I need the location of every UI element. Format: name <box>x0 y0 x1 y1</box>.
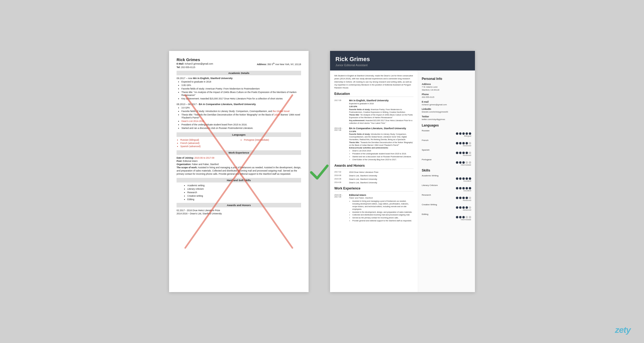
left-resume: Rick Grimes E-Mail: richard.f.grimes@gma… <box>169 51 309 292</box>
sb-email: richard.f.grimes@gmail.com <box>422 103 471 106</box>
skill-academic-writing: Academic Writing Excellent <box>422 174 471 182</box>
sb-address: 7 W. Adams LaneStanford, CA 94116 <box>422 86 471 91</box>
rr-work-title: Work Experience <box>334 187 414 192</box>
checkmark-container <box>309 155 330 188</box>
left-languages: Russian (bilingual) French (advanced) Sp… <box>177 139 301 148</box>
awards-section-header: Awards and Honors <box>177 203 301 207</box>
sb-phone-label: Phone <box>422 93 471 96</box>
rr-award-4: 2014-06 Dean's List, Stanford University <box>334 181 414 184</box>
skill-literary-criticism: Literary Criticism Excellent <box>422 184 471 192</box>
lang-russian: Russian Bilingual <box>422 129 471 137</box>
rr-header: Rick Grimes Junior Editorial Assistant <box>330 51 475 70</box>
rr-title: Junior Editorial Assistant <box>335 64 470 67</box>
skill-research: Research Advanced <box>422 194 471 201</box>
sb-lang-title: Languages <box>422 124 471 127</box>
left-email: E-Mail: richard.f.grimes@gmail.com <box>177 62 213 66</box>
skill-creative-writing: Creative Writing Advanced <box>422 203 471 211</box>
rr-award-1: 2017-02 2016 Drue Heinz Literature Prize <box>334 171 414 173</box>
sb-address-label: Address <box>422 83 471 85</box>
lang-spanish: Spanish Advanced <box>422 149 471 156</box>
right-resume: Rick Grimes Junior Editorial Assistant M… <box>330 51 475 292</box>
lang-portugese: Portugese Intermediate <box>422 158 471 166</box>
academic-section-header: Academic Details <box>177 71 301 75</box>
rr-name: Rick Grimes <box>335 56 470 63</box>
sb-email-label: E-mail <box>422 100 471 103</box>
sb-phone: 202-555-0115 <box>422 96 471 99</box>
rr-edu-title: Education <box>334 92 414 97</box>
work-section-header: Work Experience <box>177 150 301 155</box>
rr-main: MA Student in English at Stanford Univer… <box>330 70 418 292</box>
rr-sidebar: Personal Info Address 7 W. Adams LaneSta… <box>418 70 475 292</box>
zety-logo: zety <box>615 325 631 335</box>
skill-editing: Editing Intermediate <box>422 213 471 221</box>
sb-linkedin: linkedin.com/in/rickygrimes93 <box>422 111 471 114</box>
rr-award-2: 2016-06 Dean's List, Stanford University <box>334 174 414 177</box>
rr-work-1: 2015-06 -2017-09 Editorial Intern Faber … <box>334 194 414 222</box>
left-address: Address: 350 5th Ave New York, NY, 10118 <box>257 62 301 66</box>
sb-skills-title: Skills <box>422 169 471 172</box>
left-awards: 02.2017 - 2016 Drue Heinz Literature Pri… <box>177 209 301 215</box>
left-name: Rick Grimes <box>177 57 301 62</box>
skills-section-header: Hard and Soft Skills <box>177 178 301 182</box>
sb-twitter-label: Twitter <box>422 115 471 118</box>
sb-linkedin-label: LinkedIn <box>422 108 471 110</box>
lang-french: French Advanced <box>422 139 471 147</box>
left-work-entry: Date of Joining: 2015-06 to 2017-09 Post… <box>177 156 301 176</box>
rr-summary: MA Student in English at Stanford Univer… <box>334 74 414 89</box>
left-tel: Tel: 202-555-0115 <box>177 66 301 69</box>
rr-edu-2: 2013-08 -2017-06 BA in Comparative Liter… <box>334 127 414 161</box>
left-contact-row: E-Mail: richard.f.grimes@gmail.com Addre… <box>177 62 301 66</box>
lang-section-header: Languages <box>177 132 301 137</box>
rr-awards-title: Awards and Honors <box>334 164 414 169</box>
rr-body: MA Student in English at Stanford Univer… <box>330 70 475 292</box>
sb-twitter: twitter.com/rickyrillygrimes <box>422 118 471 121</box>
left-skills: Academic writing Literary criticism Rese… <box>187 184 301 201</box>
rr-edu-1: 2017-09 MA in English, Stanford Universi… <box>334 99 414 125</box>
edu-entry-1: 09.2017 – now MA in English, Stanford Un… <box>177 77 301 100</box>
sb-personal-title: Personal Info <box>422 77 471 81</box>
edu-entry-2: 08.2013 – 06.2017 - BA in Comparative Li… <box>177 103 301 130</box>
checkmark-icon <box>309 155 330 188</box>
rr-award-3: 2015-06 Dean's List, Stanford University <box>334 178 414 180</box>
